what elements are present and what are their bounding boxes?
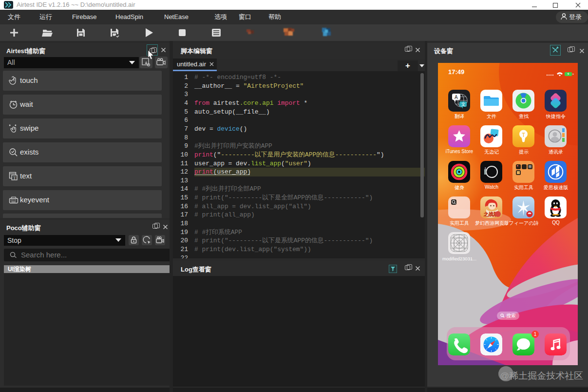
svg-text:文: 文 bbox=[461, 102, 466, 107]
svg-text:T: T bbox=[13, 175, 16, 180]
svg-text:A: A bbox=[455, 95, 458, 100]
